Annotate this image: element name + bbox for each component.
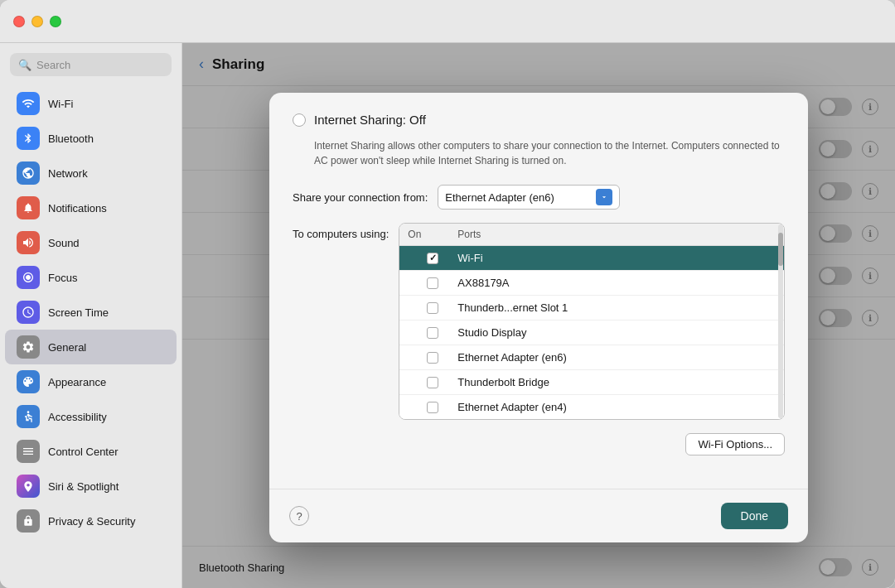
wifi-icon [17, 92, 40, 115]
port-row-studiodisplay[interactable]: Studio Display [399, 321, 784, 345]
sidebar-item-privacy[interactable]: Privacy & Security [5, 504, 177, 538]
internet-sharing-desc: Internet Sharing allows other computers … [293, 138, 785, 168]
port-on-col-ax [408, 277, 457, 289]
privacy-icon [17, 509, 40, 533]
internet-sharing-modal: Internet Sharing: Off Internet Sharing a… [269, 93, 808, 542]
sidebar-item-screentime[interactable]: Screen Time [5, 295, 177, 330]
wifi-options-button[interactable]: Wi-Fi Options... [685, 433, 785, 455]
modal-body: Internet Sharing: Off Internet Sharing a… [269, 93, 808, 489]
internet-sharing-radio[interactable] [293, 113, 306, 127]
col-ports-header: Ports [457, 229, 481, 240]
sidebar-item-general[interactable]: General [5, 330, 177, 364]
close-button[interactable] [13, 16, 25, 27]
share-from-value: Ethernet Adapter (en6) [445, 191, 589, 204]
minimize-button[interactable] [31, 16, 43, 27]
search-icon: 🔍 [18, 59, 31, 71]
port-checkbox-sd[interactable] [427, 327, 438, 339]
port-row-thunderbolt1[interactable]: Thunderb...ernet Slot 1 [399, 296, 784, 321]
port-row-ax88179a[interactable]: AX88179A [399, 271, 784, 296]
share-from-row: Share your connection from: Ethernet Ada… [293, 185, 785, 210]
port-on-col-sd [408, 327, 457, 339]
sidebar-label-accessibility: Accessibility [48, 411, 107, 423]
sidebar-label-privacy: Privacy & Security [48, 515, 135, 528]
ports-table: On Ports ✓ [399, 223, 785, 420]
appearance-icon [17, 370, 40, 393]
dropdown-arrow-icon [596, 189, 612, 205]
internet-sharing-header: Internet Sharing: Off [293, 113, 785, 127]
port-row-wifi[interactable]: ✓ Wi-Fi [399, 246, 784, 271]
to-computers-section: To computers using: On Ports [293, 223, 785, 420]
network-icon [17, 161, 40, 185]
port-name-ax: AX88179A [457, 277, 509, 289]
share-from-label: Share your connection from: [293, 191, 428, 204]
port-on-col-tb1 [408, 302, 457, 314]
sidebar-label-notifications: Notifications [48, 202, 107, 214]
sidebar-item-focus[interactable]: Focus [5, 260, 177, 295]
sidebar-item-appearance[interactable]: Appearance [5, 364, 177, 399]
bluetooth-icon [17, 127, 40, 150]
sidebar-label-screentime: Screen Time [48, 306, 109, 319]
search-bar[interactable]: 🔍 Search [10, 53, 172, 76]
sidebar-label-wifi: Wi-Fi [48, 98, 73, 110]
sidebar-label-sound: Sound [48, 237, 80, 249]
port-name-wifi: Wi-Fi [457, 252, 482, 264]
port-checkbox-tb[interactable] [427, 377, 438, 388]
port-name-tb: Thunderbolt Bridge [457, 376, 549, 388]
general-icon [17, 335, 40, 359]
siri-icon [17, 475, 40, 498]
screentime-icon [17, 301, 40, 324]
port-checkbox-wifi[interactable]: ✓ [427, 253, 438, 264]
port-row-en4[interactable]: Ethernet Adapter (en4) [399, 395, 784, 419]
main-panel: ‹ Sharing ℹ ℹ [182, 43, 895, 588]
notifications-icon [17, 196, 40, 219]
sidebar-label-general: General [48, 341, 86, 354]
sidebar-item-network[interactable]: Network [5, 156, 177, 190]
help-button[interactable]: ? [289, 506, 309, 526]
content-area: 🔍 Search Wi-Fi Bluetooth [0, 43, 895, 588]
sidebar-item-accessibility[interactable]: Accessibility [5, 399, 177, 434]
port-on-col-en6 [408, 352, 457, 364]
port-checkbox-tb1[interactable] [427, 302, 438, 314]
checkmark-wifi: ✓ [429, 253, 437, 263]
port-checkbox-en6[interactable] [427, 352, 438, 364]
port-checkbox-en4[interactable] [427, 402, 438, 413]
traffic-lights [13, 16, 61, 27]
ports-header: On Ports [399, 224, 784, 246]
internet-sharing-title: Internet Sharing: Off [314, 113, 426, 127]
port-row-tbridge[interactable]: Thunderbolt Bridge [399, 370, 784, 395]
sidebar-label-network: Network [48, 167, 88, 180]
port-on-col-wifi: ✓ [408, 253, 457, 264]
done-button[interactable]: Done [721, 503, 788, 529]
scrollbar-track [778, 224, 783, 418]
to-computers-label: To computers using: [293, 223, 389, 240]
sidebar: 🔍 Search Wi-Fi Bluetooth [0, 43, 182, 588]
wifi-options-container: Wi-Fi Options... [293, 433, 785, 455]
col-on-header: On [408, 229, 457, 240]
sidebar-label-focus: Focus [48, 272, 77, 284]
sidebar-label-siri: Siri & Spotlight [48, 480, 119, 493]
sidebar-item-bluetooth[interactable]: Bluetooth [5, 121, 177, 156]
focus-icon [17, 266, 40, 289]
controlcenter-icon [17, 440, 40, 463]
maximize-button[interactable] [50, 16, 61, 27]
port-checkbox-ax[interactable] [427, 277, 438, 289]
port-on-col-tb [408, 377, 457, 388]
port-name-tb1: Thunderb...ernet Slot 1 [457, 301, 568, 314]
sidebar-label-controlcenter: Control Center [48, 446, 119, 458]
scrollbar-thumb[interactable] [778, 233, 783, 266]
share-from-dropdown[interactable]: Ethernet Adapter (en6) [438, 185, 620, 210]
port-row-en6[interactable]: Ethernet Adapter (en6) [399, 345, 784, 370]
ports-table-wrapper: On Ports ✓ [399, 223, 785, 420]
main-window: 🔍 Search Wi-Fi Bluetooth [0, 0, 895, 588]
sidebar-item-siri[interactable]: Siri & Spotlight [5, 469, 177, 504]
port-on-col-en4 [408, 402, 457, 413]
port-name-sd: Studio Display [457, 326, 526, 339]
sidebar-item-controlcenter[interactable]: Control Center [5, 434, 177, 469]
sidebar-item-wifi[interactable]: Wi-Fi [5, 86, 177, 121]
sidebar-item-notifications[interactable]: Notifications [5, 190, 177, 225]
port-name-en6: Ethernet Adapter (en6) [457, 351, 567, 364]
sidebar-item-sound[interactable]: Sound [5, 225, 177, 260]
svg-point-0 [27, 411, 30, 413]
sidebar-label-bluetooth: Bluetooth [48, 133, 94, 145]
sound-icon [17, 231, 40, 254]
